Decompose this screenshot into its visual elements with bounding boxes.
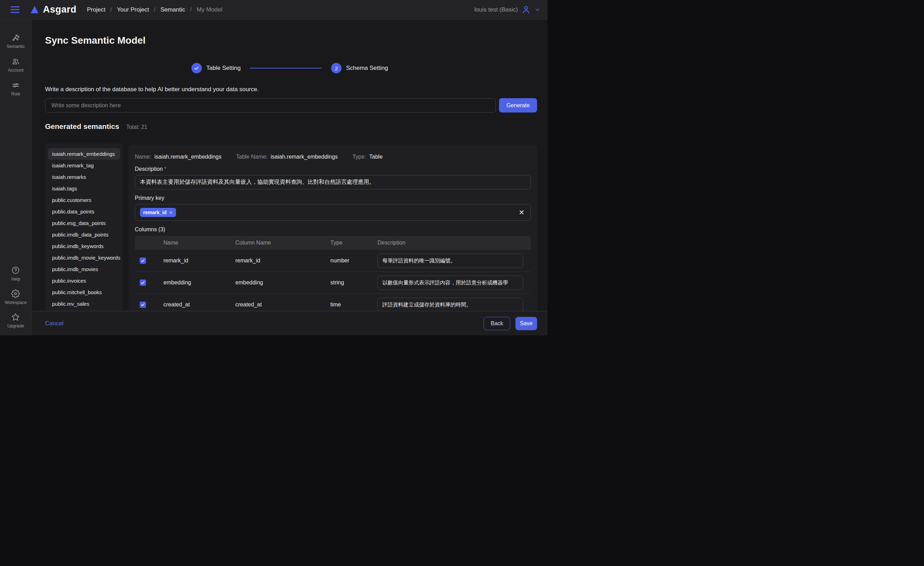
- column-name-cell: created_at: [164, 302, 236, 308]
- breadcrumb-separator: /: [110, 6, 112, 13]
- name-label: Name:: [135, 154, 151, 160]
- breadcrumb-item-my-model[interactable]: My Model: [196, 6, 222, 13]
- total-count: Total: 21: [126, 124, 147, 130]
- stepper: Table Setting 2 Schema Setting: [32, 63, 548, 74]
- column-description-input[interactable]: [378, 254, 523, 268]
- sidebar-label-upgrade: Upgrade: [8, 324, 24, 329]
- primary-key-select[interactable]: remark_id ✕ ✕: [135, 204, 531, 221]
- sidebar-item-account[interactable]: Account: [8, 57, 23, 73]
- sidebar-item-role[interactable]: Role: [11, 81, 20, 96]
- type-value: Table: [369, 154, 382, 160]
- generated-semantics-title: Generated semantics: [45, 122, 119, 131]
- semantics-list-item[interactable]: isaiah.remarks: [48, 171, 120, 183]
- app-root: Asgard Project/Your Project/Semantic/My …: [0, 0, 548, 335]
- help-icon: [11, 266, 20, 275]
- user-avatar-icon[interactable]: [521, 5, 531, 14]
- sidebar-item-upgrade[interactable]: Upgrade: [8, 313, 24, 329]
- role-sliders-icon: [12, 81, 20, 89]
- step-label-schema-setting: Schema Setting: [346, 65, 388, 72]
- row-checkbox[interactable]: [140, 258, 146, 264]
- clear-primary-key-icon[interactable]: ✕: [519, 209, 525, 216]
- columns-count-label: Columns (3): [135, 227, 531, 233]
- header-column-name: Column Name: [236, 240, 330, 246]
- semantics-list-item[interactable]: isaiah.remark_embeddings: [48, 148, 120, 160]
- main-content: Sync Semantic Model Table Setting 2 Sche…: [32, 20, 548, 335]
- semantics-list-item[interactable]: public.mv_sales: [48, 298, 120, 309]
- columns-table-header: Name Column Name Type Description: [135, 236, 531, 250]
- save-button[interactable]: Save: [515, 317, 537, 330]
- page-title: Sync Semantic Model: [45, 35, 146, 46]
- semantics-list-item[interactable]: public.imdb_movie_keywords: [48, 252, 120, 263]
- primary-key-chip: remark_id ✕: [140, 208, 176, 217]
- step-number-badge: 2: [331, 63, 342, 74]
- table-name-label: Table Name:: [236, 154, 267, 160]
- sidebar-label-workspace: Workspace: [5, 300, 27, 305]
- semantics-list-item[interactable]: public.mitchell_books: [48, 287, 120, 298]
- breadcrumb-item-your-project[interactable]: Your Project: [117, 6, 149, 13]
- breadcrumb-item-project[interactable]: Project: [87, 6, 105, 13]
- footer-bar: Cancel Back Save: [32, 311, 548, 335]
- header-type: Type: [330, 240, 378, 246]
- breadcrumb-item-semantic[interactable]: Semantic: [160, 6, 185, 13]
- asgard-logo[interactable]: Asgard: [31, 4, 76, 15]
- sidebar: Semantic Account Role: [0, 20, 32, 335]
- generated-semantics-header: Generated semantics Total: 21: [45, 122, 147, 131]
- step-label-table-setting: Table Setting: [206, 65, 241, 72]
- primary-key-chip-label: remark_id: [143, 210, 166, 215]
- column-name-cell: remark_id: [164, 258, 236, 264]
- breadcrumb: Project/Your Project/Semantic/My Model: [87, 6, 222, 13]
- detail-meta-row: Name: isaiah.remark_embeddings Table Nam…: [135, 154, 531, 160]
- star-icon: [11, 313, 20, 321]
- semantics-list-item[interactable]: public.imdb_data_points: [48, 229, 120, 240]
- sidebar-label-help: Help: [11, 277, 20, 282]
- breadcrumb-separator: /: [190, 6, 192, 13]
- back-button[interactable]: Back: [484, 317, 510, 330]
- semantics-list: isaiah.remark_embeddingsisaiah.remark_ta…: [45, 143, 123, 335]
- user-name: louis test (Basic): [474, 6, 518, 13]
- chevron-down-icon[interactable]: [534, 7, 541, 13]
- column-type-cell: string: [330, 279, 378, 286]
- stepper-connector: [250, 68, 322, 69]
- table-name-value: isaiah.remark_embeddings: [271, 154, 338, 160]
- menu-icon[interactable]: [10, 6, 20, 13]
- column-description-input[interactable]: [378, 298, 523, 312]
- header-name: Name: [164, 240, 236, 246]
- name-value: isaiah.remark_embeddings: [154, 154, 221, 160]
- sidebar-label-semantic: Semantic: [7, 44, 25, 49]
- brand-name: Asgard: [43, 4, 76, 15]
- semantic-detail-panel: Name: isaiah.remark_embeddings Table Nam…: [129, 145, 537, 335]
- semantics-list-item[interactable]: public.customers: [48, 194, 120, 206]
- sidebar-item-help[interactable]: Help: [11, 266, 20, 282]
- generate-button[interactable]: Generate: [499, 98, 537, 113]
- semantics-list-item[interactable]: isaiah.tags: [48, 183, 120, 194]
- semantics-list-item[interactable]: isaiah.remark_tag: [48, 160, 120, 171]
- cancel-button[interactable]: Cancel: [45, 320, 63, 327]
- row-checkbox[interactable]: [140, 302, 146, 308]
- semantics-list-item[interactable]: public.imdb_keywords: [48, 240, 120, 252]
- table-description-input[interactable]: [135, 175, 531, 189]
- sidebar-item-semantic[interactable]: Semantic: [7, 33, 25, 49]
- column-colname-cell: remark_id: [236, 258, 330, 264]
- sidebar-item-workspace[interactable]: Workspace: [5, 289, 27, 305]
- breadcrumb-separator: /: [154, 6, 156, 13]
- column-colname-cell: embedding: [236, 279, 330, 286]
- semantics-list-item[interactable]: public.data_points: [48, 206, 120, 217]
- columns-table-body: remark_idremark_idnumberembeddingembeddi…: [135, 250, 531, 316]
- description-help-text: Write a description of the database to h…: [45, 86, 259, 93]
- column-type-cell: time: [330, 302, 378, 308]
- semantics-list-item[interactable]: public.invoices: [48, 275, 120, 287]
- column-colname-cell: created_at: [236, 302, 330, 308]
- step-done-check-icon: [191, 63, 202, 74]
- semantics-list-item[interactable]: public.esg_data_points: [48, 217, 120, 229]
- database-description-input[interactable]: [45, 98, 496, 113]
- description-input-row: Generate: [45, 98, 537, 113]
- row-checkbox[interactable]: [140, 279, 146, 286]
- column-description-input[interactable]: [378, 276, 523, 290]
- logo-triangle-icon: [31, 6, 38, 13]
- semantics-list-item[interactable]: public.imdb_movies: [48, 263, 120, 275]
- sidebar-label-account: Account: [8, 68, 23, 73]
- sidebar-label-role: Role: [11, 92, 20, 96]
- semantic-graph-icon: [12, 33, 20, 42]
- description-field-label: Description*: [135, 166, 531, 172]
- chip-remove-icon[interactable]: ✕: [169, 210, 173, 215]
